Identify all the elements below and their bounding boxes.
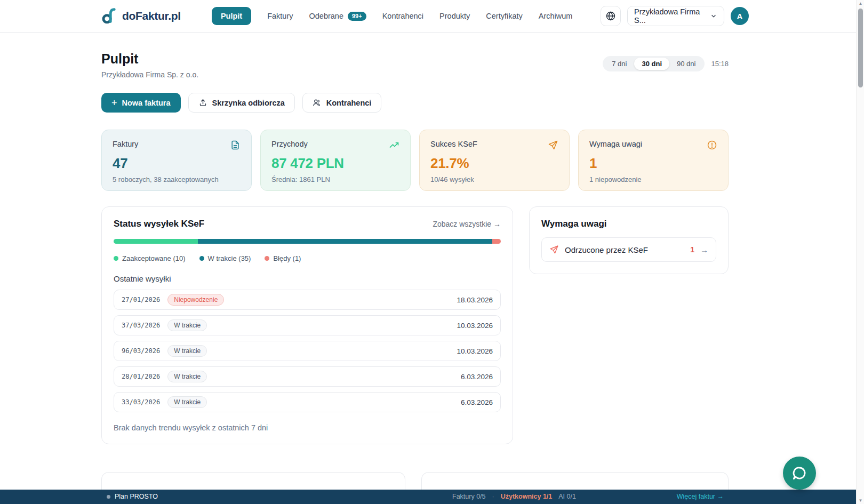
- new-invoice-button[interactable]: + Nowa faktura: [101, 93, 181, 113]
- status-badge: W trakcie: [167, 371, 207, 382]
- stat-value: 21.7%: [430, 155, 558, 172]
- bottom-card-partial-left: [101, 472, 405, 490]
- progress-segment: [114, 239, 198, 244]
- scrollbar-up-arrow[interactable]: ▲: [857, 1, 864, 6]
- usage-invoices: Faktury 0/5: [452, 490, 486, 504]
- send-row[interactable]: 28/01/2026 W trakcie 6.03.2026: [114, 366, 501, 387]
- trend-empty-message: Brak danych trendu wysyłek z ostatnich 7…: [114, 423, 501, 432]
- more-invoices-link[interactable]: Więcej faktur →: [677, 490, 724, 504]
- nav-item-pulpit[interactable]: Pulpit: [212, 7, 251, 25]
- status-badge: W trakcie: [167, 319, 207, 331]
- upload-icon: [198, 98, 207, 107]
- recent-sends-list: 27/01/2026 Niepowodzenie 18.03.2026 37/0…: [114, 290, 501, 412]
- attention-panel-title: Wymaga uwagi: [541, 219, 716, 229]
- progress-segment: [198, 239, 492, 244]
- ksef-status-panel: Status wysyłek KSeF Zobacz wszystkie → Z…: [101, 206, 513, 444]
- nav-item-archiwum[interactable]: Archiwum: [539, 12, 573, 20]
- plan-status-dot: [107, 495, 110, 499]
- user-avatar[interactable]: A: [731, 7, 749, 25]
- stat-card-wymaga-uwagi[interactable]: Wymaga uwagi 1 1 niepowodzenie: [578, 130, 729, 191]
- company-select-value: Przykładowa Firma S...: [634, 7, 710, 25]
- nav-item-faktury[interactable]: Faktury: [267, 12, 293, 20]
- ksef-progress-bar: [114, 239, 501, 244]
- app-logo[interactable]: doFaktur.pl: [101, 7, 181, 25]
- bottom-card-partial-right: [421, 472, 729, 490]
- send-row[interactable]: 27/01/2026 Niepowodzenie 18.03.2026: [114, 290, 501, 310]
- stat-card-sukces-ksef[interactable]: Sukces KSeF 21.7% 10/46 wysyłek: [419, 130, 570, 191]
- ksef-legend: Zaakceptowane (10)W trakcie (35)Błędy (1…: [114, 254, 501, 262]
- legend-item: Błędy (1): [265, 254, 301, 262]
- legend-item: Zaakceptowane (10): [114, 254, 186, 262]
- language-button[interactable]: [601, 6, 621, 26]
- rejected-count: 1: [690, 245, 694, 254]
- nav-item-kontrahenci[interactable]: Kontrahenci: [382, 12, 423, 20]
- date-range-segmented-control: 7 dni 30 dni 90 dni: [603, 56, 705, 71]
- progress-segment: [492, 239, 501, 244]
- status-badge: Niepowodzenie: [167, 294, 224, 306]
- rejected-by-ksef-item[interactable]: Odrzucone przez KSeF 1 →: [541, 237, 716, 262]
- legend-dot: [265, 256, 269, 261]
- stat-sub: 1 niepowodzenie: [589, 175, 717, 183]
- stat-card-faktury[interactable]: Faktury 47 5 roboczych, 38 zaakceptowany…: [101, 130, 252, 191]
- scrollbar-down-arrow[interactable]: ▼: [857, 498, 864, 503]
- plus-icon: +: [111, 98, 117, 108]
- stat-value: 47: [113, 155, 241, 172]
- send-row[interactable]: 33/03/2026 W trakcie 6.03.2026: [114, 392, 501, 412]
- page-scrollbar[interactable]: ▲ ▼: [856, 0, 864, 504]
- top-navigation-bar: doFaktur.pl Pulpit Faktury Odebrane 99+ …: [0, 0, 864, 33]
- stat-sub: 10/46 wysyłek: [430, 175, 558, 183]
- status-badge: W trakcie: [167, 396, 207, 408]
- file-text-icon: [230, 140, 241, 150]
- range-90dni-button[interactable]: 90 dni: [669, 58, 703, 70]
- alert-circle-icon: [707, 140, 717, 150]
- stat-card-przychody[interactable]: Przychody 87 472 PLN Średnia: 1861 PLN: [260, 130, 411, 191]
- send-icon: [548, 140, 558, 150]
- stat-sub: Średnia: 1861 PLN: [271, 175, 399, 183]
- clock: 15:18: [711, 60, 729, 68]
- nav-item-odebrane[interactable]: Odebrane 99+: [309, 12, 366, 21]
- users-icon: [313, 98, 322, 107]
- send-icon: [549, 245, 559, 254]
- usage-users: Użytkownicy 1/1: [501, 490, 553, 504]
- stat-value: 1: [589, 155, 717, 172]
- arrow-right-icon: →: [700, 245, 708, 254]
- nav-item-certyfikaty[interactable]: Certyfikaty: [486, 12, 523, 20]
- logo-text: doFaktur.pl: [122, 10, 181, 22]
- see-all-link[interactable]: Zobacz wszystkie →: [433, 220, 501, 228]
- plan-name: Plan PROSTO: [107, 490, 158, 504]
- send-row[interactable]: 96/03/2026 W trakcie 10.03.2026: [114, 341, 501, 361]
- scrollbar-thumb[interactable]: [858, 9, 863, 87]
- stat-sub: 5 roboczych, 38 zaakceptowanych: [113, 175, 241, 183]
- nav-item-produkty[interactable]: Produkty: [439, 12, 470, 20]
- chat-launcher-button[interactable]: [783, 457, 816, 490]
- range-7dni-button[interactable]: 7 dni: [604, 58, 634, 70]
- chevron-down-icon: [710, 12, 717, 20]
- attention-panel: Wymaga uwagi Odrzucone przez KSeF 1 →: [529, 206, 729, 274]
- inbox-count-badge: 99+: [348, 12, 366, 21]
- recent-sends-title: Ostatnie wysyłki: [114, 274, 501, 283]
- inbox-button[interactable]: Skrzynka odbiorcza: [188, 93, 295, 113]
- ksef-panel-title: Status wysyłek KSeF: [114, 219, 204, 229]
- usage-ai: AI 0/1: [558, 490, 576, 504]
- globe-icon: [605, 11, 616, 21]
- page-subtitle: Przykładowa Firma Sp. z o.o.: [101, 70, 198, 79]
- legend-dot: [199, 256, 204, 261]
- main-nav: Pulpit Faktury Odebrane 99+ Kontrahenci …: [212, 7, 573, 25]
- status-badge: W trakcie: [167, 345, 207, 357]
- company-select[interactable]: Przykładowa Firma S...: [627, 6, 724, 26]
- logo-icon: [101, 7, 117, 25]
- chat-bubble-icon: [791, 465, 808, 482]
- trending-up-icon: [389, 140, 399, 150]
- page-title: Pulpit: [101, 51, 198, 67]
- legend-dot: [114, 256, 118, 261]
- stat-value: 87 472 PLN: [271, 155, 399, 172]
- stat-cards: Faktury 47 5 roboczych, 38 zaakceptowany…: [101, 130, 729, 191]
- send-row[interactable]: 37/03/2026 W trakcie 10.03.2026: [114, 315, 501, 335]
- contractors-button[interactable]: Kontrahenci: [302, 93, 382, 113]
- legend-item: W trakcie (35): [199, 254, 251, 262]
- range-30dni-button[interactable]: 30 dni: [634, 58, 669, 70]
- plan-usage-bar: Plan PROSTO Faktury 0/5 · Użytkownicy 1/…: [0, 490, 856, 504]
- usage-counters: Faktury 0/5 · Użytkownicy 1/1 AI 0/1: [452, 490, 576, 504]
